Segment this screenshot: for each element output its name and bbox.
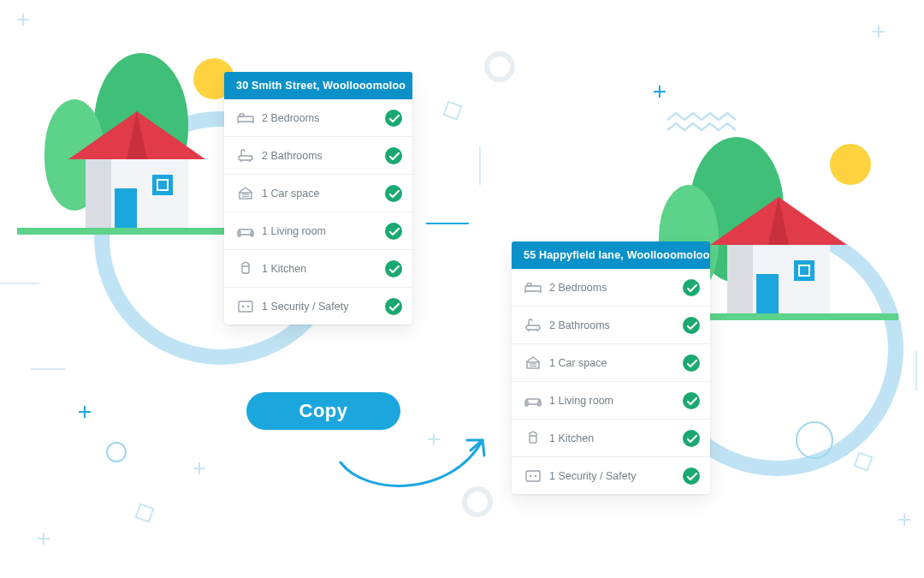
property-feature-row: 2 Bathrooms bbox=[512, 307, 710, 344]
check-icon bbox=[385, 185, 402, 202]
property-feature-row: 2 Bathrooms bbox=[224, 137, 412, 175]
safe-icon bbox=[522, 467, 544, 486]
card-address: 55 Happyfield lane, Woollooomoloo bbox=[512, 241, 710, 269]
property-feature-row: 2 Bedrooms bbox=[224, 99, 412, 137]
bed-icon bbox=[522, 278, 544, 297]
check-icon bbox=[683, 317, 700, 334]
check-icon bbox=[385, 110, 402, 127]
deco-ring bbox=[484, 51, 515, 82]
deco-plus bbox=[79, 406, 91, 418]
deco-line bbox=[0, 283, 39, 284]
deco-ring-outline bbox=[106, 442, 127, 462]
property-feature-row: 1 Car space bbox=[512, 344, 710, 382]
feature-label: 2 Bedrooms bbox=[544, 282, 683, 294]
property-feature-row: 1 Living room bbox=[512, 382, 710, 420]
check-icon bbox=[683, 430, 700, 447]
bed-icon bbox=[234, 109, 257, 128]
property-feature-row: 1 Kitchen bbox=[512, 420, 710, 457]
check-icon bbox=[683, 392, 700, 409]
check-icon bbox=[385, 223, 402, 240]
feature-label: 2 Bathrooms bbox=[257, 150, 385, 162]
deco-plus bbox=[17, 14, 29, 26]
car-icon bbox=[234, 184, 257, 203]
feature-label: 1 Kitchen bbox=[544, 432, 683, 444]
deco-line bbox=[479, 146, 481, 185]
feature-label: 1 Living room bbox=[257, 225, 385, 237]
check-icon bbox=[683, 279, 700, 296]
feature-label: 1 Security / Safety bbox=[257, 301, 385, 313]
property-feature-row: 1 Car space bbox=[224, 175, 412, 212]
feature-label: 1 Car space bbox=[257, 188, 385, 200]
check-icon bbox=[683, 355, 700, 372]
feature-label: 1 Kitchen bbox=[257, 263, 385, 275]
property-feature-row: 2 Bedrooms bbox=[512, 269, 710, 307]
chef-icon bbox=[234, 259, 257, 278]
feature-label: 2 Bedrooms bbox=[257, 112, 385, 124]
card-address: 30 Smith Street, Woollooomoloo bbox=[224, 72, 412, 99]
property-card-source: 30 Smith Street, Woollooomoloo 2 Bedroom… bbox=[224, 72, 412, 325]
feature-label: 2 Bathrooms bbox=[544, 319, 683, 331]
copy-button[interactable]: Copy bbox=[246, 392, 400, 430]
deco-square bbox=[442, 100, 462, 120]
safe-icon bbox=[234, 297, 257, 316]
deco-square bbox=[134, 503, 154, 522]
deco-plus bbox=[898, 514, 910, 526]
property-feature-row: 1 Living room bbox=[224, 212, 412, 250]
deco-ring-outline bbox=[796, 421, 833, 459]
deco-plus bbox=[38, 533, 50, 545]
property-feature-row: 1 Security / Safety bbox=[224, 288, 412, 325]
feature-label: 1 Living room bbox=[544, 395, 683, 407]
property-feature-row: 1 Security / Safety bbox=[512, 457, 710, 494]
property-feature-row: 1 Kitchen bbox=[224, 250, 412, 288]
car-icon bbox=[522, 354, 544, 372]
deco-plus bbox=[654, 86, 666, 98]
check-icon bbox=[385, 298, 402, 315]
copy-button-label: Copy bbox=[299, 400, 348, 422]
sofa-icon bbox=[522, 391, 544, 410]
check-icon bbox=[683, 468, 700, 485]
deco-line bbox=[915, 351, 917, 390]
chef-icon bbox=[522, 429, 544, 448]
bath-icon bbox=[522, 316, 544, 335]
deco-plus bbox=[193, 462, 205, 474]
check-icon bbox=[385, 260, 402, 277]
deco-line bbox=[426, 223, 469, 224]
feature-label: 1 Security / Safety bbox=[544, 470, 683, 482]
deco-plus bbox=[873, 26, 885, 38]
copy-arrow-icon bbox=[332, 428, 503, 509]
deco-square bbox=[853, 451, 873, 471]
check-icon bbox=[385, 147, 402, 164]
deco-line bbox=[31, 368, 65, 370]
property-card-target: 55 Happyfield lane, Woollooomoloo 2 Bedr… bbox=[512, 241, 710, 494]
sofa-icon bbox=[234, 222, 257, 241]
bath-icon bbox=[234, 146, 257, 165]
feature-label: 1 Car space bbox=[544, 357, 683, 369]
